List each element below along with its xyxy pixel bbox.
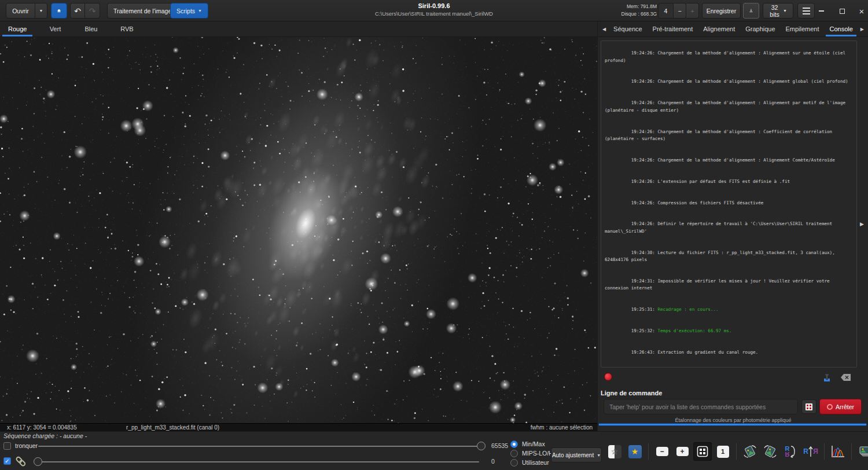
minus-icon: −: [678, 8, 681, 14]
rotate-ccw-button[interactable]: [741, 442, 759, 461]
star-detection-button[interactable]: ★: [626, 442, 644, 461]
display-mode-option[interactable]: Min/Max: [510, 439, 555, 449]
flip-vertical-icon: R R: [785, 446, 790, 457]
right-tab-bar: ◀ Séquence Pré-traitement Alignement: [598, 21, 868, 37]
save-as-button[interactable]: [743, 3, 759, 19]
channel-tab-bar: Rouge Vert Bleu RVB: [0, 21, 597, 37]
flip-horizontal-icon: R R: [803, 445, 818, 458]
star-mask-toggle-button[interactable]: ☆: [605, 442, 624, 461]
right-tabs-list: Séquence Pré-traitement Alignement Graph…: [608, 21, 858, 36]
fit-to-window-button[interactable]: [693, 442, 712, 461]
minimize-button[interactable]: [814, 5, 829, 17]
channel-tab-label: Bleu: [84, 25, 97, 32]
console-timestamp: 19:24:26:: [631, 221, 655, 226]
export-log-button[interactable]: [821, 372, 833, 383]
working-directory: C:\Users\User\SIRIL traitement manuel\_S…: [260, 10, 608, 17]
progress-bar: [599, 424, 866, 425]
bit-depth-dropdown[interactable]: 32 bits ▼: [763, 3, 793, 19]
console-line: 19:24:26: Compression des fichiers FITS …: [605, 192, 848, 214]
undo-button[interactable]: ↶: [70, 3, 85, 19]
console-line: 19:26:43: Extraction du gradient du cana…: [605, 342, 848, 363]
console-line: 19:24:26: Définir le répertoire de trava…: [605, 214, 848, 242]
channel-tab[interactable]: Bleu: [78, 21, 104, 36]
link-channels-checkbox[interactable]: ✓: [3, 457, 11, 465]
pane-collapse-arrow-icon[interactable]: ▶: [860, 221, 864, 227]
sequence-loaded-label: Séquence chargée : - aucune -: [3, 432, 87, 439]
right-panel: ◀ Séquence Pré-traitement Alignement: [597, 21, 868, 431]
command-input[interactable]: [604, 399, 798, 414]
high-slider-handle[interactable]: [477, 442, 486, 450]
channel-tab[interactable]: Rouge: [2, 21, 32, 36]
scripts-menu-button[interactable]: Scripts ▼: [170, 3, 208, 19]
redo-button[interactable]: ↷: [85, 3, 100, 19]
auto-adjust-dropdown[interactable]: Auto ajustement ▼: [551, 447, 602, 462]
open-dropdown-button[interactable]: ▼: [35, 3, 47, 19]
tabs-scroll-right-icon[interactable]: ▶: [858, 21, 866, 36]
zoom-one-to-one-button[interactable]: 1: [713, 442, 732, 461]
main-menu-button[interactable]: [797, 3, 815, 19]
panel-tab[interactable]: Empilement: [782, 21, 822, 36]
command-line-label: Ligne de commande: [601, 390, 662, 396]
rotate-cw-button[interactable]: [761, 442, 779, 461]
zoom-increment-button[interactable]: +: [686, 3, 699, 19]
panel-tab[interactable]: Console: [826, 21, 856, 36]
save-label: Enregistrer: [707, 8, 736, 14]
low-value: 0: [491, 458, 495, 465]
panel-tab[interactable]: Alignement: [700, 21, 738, 36]
record-indicator-icon: [604, 373, 612, 381]
export-log-icon: [822, 373, 832, 382]
window-title: Siril-0.99.6: [260, 2, 608, 9]
stop-button[interactable]: Arrêter: [819, 399, 862, 414]
panel-tab[interactable]: Pré-traitement: [649, 21, 697, 36]
display-mode-option[interactable]: MIPS-LO/HI: [510, 449, 555, 458]
image-processing-label: Traitement de l'image: [113, 8, 171, 14]
close-button[interactable]: ×: [854, 5, 868, 17]
high-slider-track[interactable]: [38, 446, 479, 447]
image-list-icon: [858, 445, 868, 458]
channel-tab[interactable]: Vert: [42, 21, 68, 36]
zoom-out-button[interactable]: −: [653, 442, 671, 461]
stop-circle-icon: [827, 404, 833, 410]
flip-horizontal-button[interactable]: R R: [801, 442, 820, 461]
zoom-value: 4: [664, 8, 668, 14]
zoom-in-button[interactable]: +: [673, 442, 692, 461]
open-button[interactable]: Ouvrir: [6, 3, 35, 19]
image-display-area[interactable]: [0, 37, 597, 423]
panel-tab-label: Pré-traitement: [653, 25, 693, 32]
console-message: Chargement de la méthode d'alignement : …: [657, 157, 834, 163]
display-mode-option[interactable]: Utilisateur: [510, 458, 555, 467]
panel-tab[interactable]: Séquence: [610, 21, 646, 36]
open-label: Ouvrir: [12, 8, 29, 14]
galaxy-image[interactable]: [0, 37, 597, 423]
zoom-in-icon: +: [676, 447, 689, 456]
console-log[interactable]: 19:24:26: Chargement de la méthode d'ali…: [601, 41, 857, 368]
console-timestamp: 19:24:26:: [631, 200, 655, 205]
save-button[interactable]: Enregistrer: [702, 3, 741, 19]
image-list-button[interactable]: [856, 442, 868, 461]
radio-icon: [510, 459, 518, 467]
console-timestamp: 19:24:31:: [631, 278, 655, 284]
panel-tab[interactable]: Graphique: [742, 21, 778, 36]
channel-tab[interactable]: RVB: [113, 21, 140, 36]
zoom-decrement-button[interactable]: −: [674, 3, 686, 19]
console-timestamp: 19:24:26:: [631, 129, 655, 134]
console-timestamp: 19:24:26:: [631, 157, 655, 163]
auto-adjust-label: Auto ajustement: [552, 452, 594, 458]
truncate-label: tronquer: [15, 442, 38, 449]
fwhm-status: fwhm : aucune sélection: [531, 424, 593, 431]
low-slider-handle[interactable]: [34, 457, 42, 466]
maximize-button[interactable]: [834, 5, 849, 17]
command-list-button[interactable]: [801, 399, 816, 414]
histogram-button[interactable]: [829, 442, 847, 461]
clear-console-button[interactable]: [840, 372, 852, 383]
console-line: 19:25:32: Temps d'exécution: 66.97 ms.: [605, 321, 848, 342]
redo-icon: ↷: [89, 6, 96, 16]
resource-info: Mem: 791.8M Disque : 668.3G: [621, 3, 657, 18]
low-slider-track[interactable]: [36, 461, 479, 462]
console-line: 19:24:26: Chargement de la méthode d'ali…: [605, 43, 848, 71]
zoom-value-box[interactable]: 4: [658, 3, 674, 19]
flip-vertical-button[interactable]: R R: [781, 442, 800, 461]
tabs-scroll-left-icon[interactable]: ◀: [600, 21, 608, 36]
truncate-checkbox[interactable]: [3, 442, 11, 450]
home-button[interactable]: [51, 3, 67, 19]
